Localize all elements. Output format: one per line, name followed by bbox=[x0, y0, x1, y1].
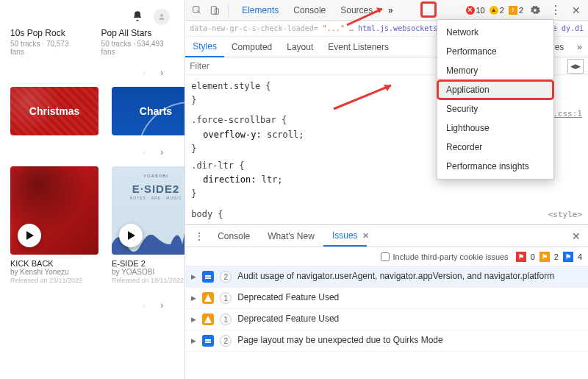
issue-text: Deprecated Feature Used bbox=[237, 314, 582, 325]
playlist-cover-christmas[interactable]: Christmas bbox=[10, 87, 98, 135]
devtools-pane: Elements Console Sources » ✕10 ▲2 !2 ⋮ ✕… bbox=[184, 0, 588, 379]
subtab-styles[interactable]: Styles bbox=[185, 37, 224, 57]
dd-recorder[interactable]: Recorder bbox=[437, 138, 553, 157]
chevron-right-icon[interactable]: › bbox=[154, 144, 170, 160]
issues-filter-row: Include third-party cookie issues ⚑0 ⚑2 … bbox=[185, 247, 588, 266]
cover-text: YOASOBI bbox=[112, 174, 184, 178]
album-artist[interactable]: by YOASOBI bbox=[112, 268, 184, 276]
warning-badge[interactable]: ▲2 bbox=[490, 6, 504, 15]
playlist-cover-charts[interactable]: Charts bbox=[112, 87, 184, 135]
issue-counts: ⚑0 ⚑2 ⚑4 bbox=[516, 252, 582, 262]
album-title[interactable]: E-SIDE 2 bbox=[112, 259, 184, 268]
expand-icon[interactable]: ▶ bbox=[191, 316, 196, 323]
subtab-event-listeners[interactable]: Event Listeners bbox=[320, 38, 396, 57]
issue-row[interactable]: ▶2Page layout may be unexpected due to Q… bbox=[185, 330, 588, 352]
cover-text: E·SIDE2 bbox=[112, 183, 184, 195]
album-cover[interactable] bbox=[10, 166, 98, 255]
svg-rect-2 bbox=[215, 8, 219, 14]
drawer-tab-issues[interactable]: Issues bbox=[323, 226, 367, 247]
close-icon[interactable]: ✕ bbox=[569, 4, 584, 16]
expand-icon[interactable]: ▶ bbox=[191, 294, 196, 302]
tab-elements[interactable]: Elements bbox=[234, 1, 286, 20]
album-cover[interactable]: YOASOBI E·SIDE2 NOTES · ARE · MUSIC bbox=[112, 166, 184, 255]
album-artist[interactable]: by Kenshi Yonezu bbox=[10, 268, 98, 276]
playlist-row: 10s Pop Rock 50 tracks · 70,573 fans Pop… bbox=[10, 28, 174, 56]
issue-count: 1 bbox=[220, 314, 232, 325]
kebab-icon[interactable]: ⋮ bbox=[190, 230, 209, 242]
dd-memory[interactable]: Memory bbox=[437, 61, 553, 80]
issue-row[interactable]: ▶2Audit usage of navigator.userAgent, na… bbox=[185, 266, 588, 288]
dd-application[interactable]: Application bbox=[437, 80, 553, 99]
inspect-icon[interactable] bbox=[190, 3, 204, 18]
close-tab-icon[interactable]: ✕ bbox=[362, 231, 369, 241]
flag-red-icon: ⚑ bbox=[516, 252, 526, 262]
chevron-left-icon[interactable]: ‹ bbox=[136, 65, 152, 81]
chevron-left-icon[interactable]: ‹ bbox=[136, 144, 152, 160]
album-date: Released on 18/11/2022 bbox=[112, 277, 184, 284]
issue-count: 2 bbox=[220, 271, 232, 283]
svg-rect-1 bbox=[212, 6, 217, 14]
subtab-layout[interactable]: Layout bbox=[279, 38, 320, 57]
album-row: KICK BACK by Kenshi Yonezu Released on 2… bbox=[10, 166, 174, 284]
more-subtabs-icon[interactable]: » bbox=[571, 42, 588, 52]
chevron-right-icon[interactable]: › bbox=[154, 297, 170, 314]
gear-icon[interactable] bbox=[528, 3, 542, 18]
chevron-left-icon[interactable]: ‹ bbox=[136, 297, 152, 314]
close-drawer-icon[interactable]: ✕ bbox=[569, 230, 584, 242]
flag-orange-icon: ⚑ bbox=[539, 252, 550, 262]
svg-rect-5 bbox=[205, 339, 211, 341]
issue-count: 1 bbox=[220, 292, 232, 304]
issue-text: Audit usage of navigator.userAgent, navi… bbox=[237, 271, 582, 283]
expand-icon[interactable]: ▶ bbox=[191, 273, 196, 280]
svg-rect-3 bbox=[205, 275, 211, 277]
subtab-computed[interactable]: Computed bbox=[224, 38, 279, 57]
tab-sources[interactable]: Sources bbox=[333, 1, 380, 20]
css-link[interactable]: .css:1 bbox=[553, 107, 582, 121]
dd-security[interactable]: Security bbox=[437, 99, 553, 118]
dd-lighthouse[interactable]: Lighthouse bbox=[437, 118, 553, 138]
drawer-tab-console[interactable]: Console bbox=[209, 227, 259, 246]
playlist-title[interactable]: 10s Pop Rock bbox=[10, 28, 84, 38]
issues-badge[interactable]: !2 bbox=[509, 6, 523, 15]
album-title[interactable]: KICK BACK bbox=[10, 259, 98, 268]
chevron-right-icon[interactable]: › bbox=[154, 65, 170, 81]
album-date: Released on 23/11/2022 bbox=[10, 277, 98, 284]
more-tabs-dropdown: Network Performance Memory Application S… bbox=[437, 19, 554, 180]
info-icon bbox=[202, 271, 214, 283]
issue-list: ▶2Audit usage of navigator.userAgent, na… bbox=[185, 266, 588, 379]
drawer-tab-whatsnew[interactable]: What's New bbox=[259, 227, 323, 246]
dd-performance[interactable]: Performance bbox=[437, 42, 553, 61]
playlist-title[interactable]: Pop All Stars bbox=[101, 28, 175, 38]
expand-icon[interactable]: ▶ bbox=[191, 337, 196, 344]
svg-rect-4 bbox=[205, 277, 211, 279]
toggle-panel-icon[interactable]: ◀▶ bbox=[567, 59, 584, 74]
play-button[interactable] bbox=[119, 224, 143, 247]
issue-row[interactable]: ▶1Deprecated Feature Used bbox=[185, 309, 588, 330]
style-tag-link[interactable]: <style> bbox=[548, 208, 582, 222]
device-icon[interactable] bbox=[207, 3, 222, 18]
drawer-tabs: ⋮ Console What's New Issues ✕ ✕ bbox=[185, 225, 588, 247]
more-tabs-icon[interactable]: » bbox=[383, 3, 398, 18]
dd-perf-insights[interactable]: Performance insights bbox=[437, 157, 553, 176]
dd-network[interactable]: Network bbox=[437, 23, 553, 42]
flag-blue-icon: ⚑ bbox=[563, 252, 573, 262]
error-badge[interactable]: ✕10 bbox=[466, 6, 485, 15]
cover-label: Charts bbox=[140, 105, 172, 117]
avatar[interactable] bbox=[154, 9, 170, 25]
cover-text: NOTES · ARE · MUSIC bbox=[112, 196, 184, 200]
devtools-toolbar: Elements Console Sources » ✕10 ▲2 !2 ⋮ ✕ bbox=[185, 0, 588, 21]
issue-text: Deprecated Feature Used bbox=[237, 292, 582, 304]
bell-icon[interactable] bbox=[132, 10, 143, 24]
svg-rect-6 bbox=[205, 341, 211, 343]
third-party-checkbox[interactable]: Include third-party cookie issues bbox=[381, 252, 508, 261]
tab-console[interactable]: Console bbox=[286, 1, 333, 20]
playlist-meta: 50 tracks · 70,573 fans bbox=[10, 40, 84, 56]
cover-label: Christmas bbox=[29, 105, 79, 117]
issue-count: 2 bbox=[220, 335, 232, 347]
kebab-icon[interactable]: ⋮ bbox=[547, 3, 564, 17]
info-icon bbox=[202, 335, 214, 347]
issue-row[interactable]: ▶1Deprecated Feature Used bbox=[185, 288, 588, 309]
topbar bbox=[10, 7, 174, 26]
play-button[interactable] bbox=[18, 224, 41, 247]
playlist-meta: 50 tracks · 534,493 fans bbox=[101, 40, 175, 56]
